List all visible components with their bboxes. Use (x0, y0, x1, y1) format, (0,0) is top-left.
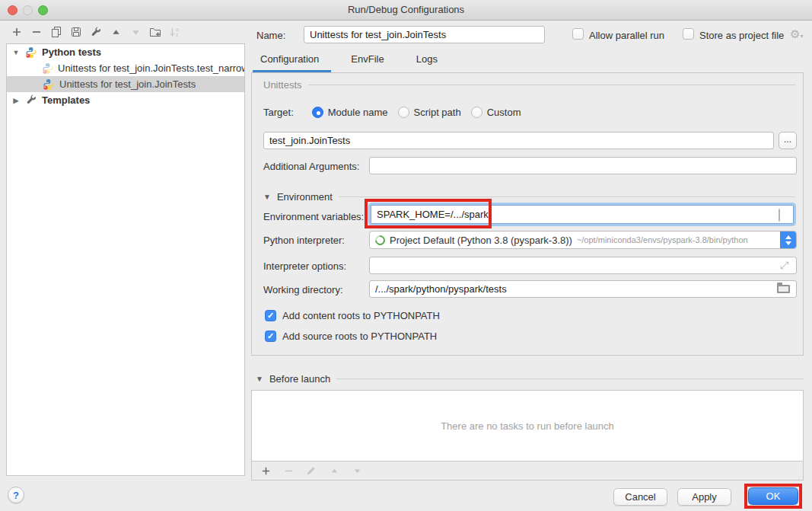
edit-task-button (304, 464, 318, 477)
add-source-roots-checkbox[interactable]: ✓ (265, 331, 276, 342)
configuration-panel: Unittests Target: Module name Script pat… (251, 72, 804, 356)
move-up-button[interactable] (109, 25, 123, 39)
save-configuration-button[interactable] (69, 25, 83, 39)
tree-item-label: Unittests for test_join.JoinTests (59, 78, 196, 90)
expander-open-icon[interactable]: ▼ (11, 49, 21, 56)
interpreter-options-input[interactable] (369, 257, 797, 274)
add-task-button[interactable] (259, 464, 272, 477)
configurations-toolbar (10, 25, 182, 39)
unittests-section-header: Unittests (263, 79, 795, 91)
section-divider (336, 378, 804, 379)
move-down-button (129, 25, 142, 39)
edit-templates-button[interactable] (89, 25, 103, 39)
remove-configuration-button[interactable] (30, 25, 43, 39)
target-option-module-name[interactable]: Module name (312, 107, 388, 118)
collapse-environment-icon[interactable]: ▼ (263, 193, 271, 201)
tree-item-label: Templates (42, 94, 90, 106)
additional-arguments-label: Additional Arguments: (263, 161, 359, 172)
custom-radio-label: Custom (487, 107, 521, 118)
environment-variables-label: Environment variables: (263, 211, 364, 222)
before-launch-toolbar (252, 461, 803, 480)
environment-section-header: ▼ Environment (263, 191, 795, 203)
add-content-roots-row: ✓ Add content roots to PYTHONPATH (265, 310, 440, 321)
before-launch-task-list[interactable]: There are no tasks to run before launch (252, 391, 803, 461)
help-button[interactable]: ? (8, 487, 24, 503)
title-bar: Run/Debug Configurations (0, 0, 812, 21)
copy-configuration-button[interactable] (49, 25, 63, 39)
apply-button[interactable]: Apply (677, 488, 731, 506)
browse-module-button[interactable]: ... (779, 132, 797, 149)
tree-item-test-narrow[interactable]: Unittests for test_join.JoinTests.test_n… (7, 60, 244, 76)
working-directory-input[interactable] (369, 280, 797, 298)
module-name-radio-label: Module name (328, 107, 388, 118)
tree-item-python-tests[interactable]: ▼ Python tests (7, 44, 244, 60)
add-configuration-button[interactable] (10, 25, 24, 39)
before-launch-empty-text: There are no tasks to run before launch (441, 420, 614, 432)
add-source-roots-row: ✓ Add source roots to PYTHONPATH (265, 331, 437, 342)
store-as-project-file-checkbox[interactable] (683, 28, 694, 40)
tree-item-label: Python tests (42, 46, 101, 58)
edit-environment-variables-icon[interactable] (779, 209, 780, 221)
target-label: Target: (263, 107, 294, 118)
store-options-gear-icon[interactable]: ⚙▾ (790, 27, 803, 41)
script-path-radio[interactable] (398, 107, 409, 118)
sort-configurations-button (168, 25, 182, 39)
config-tabs: Configuration EnvFile Logs (256, 50, 442, 72)
python-interpreter-select[interactable]: Project Default (Python 3.8 (pyspark-3.8… (369, 231, 797, 249)
tree-item-templates[interactable]: ▶ Templates (7, 92, 244, 108)
interpreter-path: ~/opt/miniconda3/envs/pyspark-3.8/bin/py… (577, 235, 748, 244)
before-launch-panel: There are no tasks to run before launch (251, 390, 804, 481)
add-content-roots-checkbox[interactable]: ✓ (265, 310, 276, 321)
python-tests-icon (24, 46, 38, 59)
environment-variables-input[interactable] (371, 205, 794, 224)
configurations-tree: ▼ Python tests Unittests for test_join.J… (6, 43, 245, 476)
tab-envfile[interactable]: EnvFile (346, 50, 388, 72)
expander-closed-icon[interactable]: ▶ (11, 97, 21, 104)
name-input[interactable] (304, 26, 545, 43)
before-launch-label: Before launch (269, 373, 330, 385)
browse-folder-icon[interactable] (777, 285, 790, 293)
python-interpreter-label: Python interpreter: (263, 235, 345, 246)
conda-environment-icon (373, 233, 387, 247)
interpreter-options-label: Interpreter options: (263, 260, 346, 272)
target-option-custom[interactable]: Custom (471, 107, 521, 118)
target-row: Target: Module name Script path Custom (263, 107, 530, 118)
custom-radio[interactable] (471, 107, 482, 118)
collapse-before-launch-icon[interactable]: ▼ (256, 375, 263, 383)
tree-item-jointests-selected[interactable]: Unittests for test_join.JoinTests (7, 76, 244, 92)
section-divider (339, 196, 795, 197)
target-option-script-path[interactable]: Script path (398, 107, 461, 118)
working-directory-label: Working directory: (263, 284, 343, 295)
allow-parallel-run-checkbox[interactable] (572, 28, 584, 40)
tab-configuration[interactable]: Configuration (256, 50, 323, 72)
name-label: Name: (256, 30, 285, 41)
window-title: Run/Debug Configurations (0, 4, 812, 15)
move-task-up-button (327, 464, 341, 477)
interpreter-value: Project Default (Python 3.8 (pyspark-3.8… (390, 235, 572, 246)
environment-section-label: Environment (277, 191, 333, 203)
store-as-project-file-label: Store as project file (699, 30, 784, 41)
remove-task-button (282, 464, 295, 477)
before-launch-header: ▼ Before launch (256, 373, 804, 385)
additional-arguments-input[interactable] (369, 157, 797, 174)
add-content-roots-label: Add content roots to PYTHONPATH (282, 310, 440, 321)
python-test-icon (42, 62, 54, 75)
interpreter-dropdown-stepper-icon[interactable] (780, 231, 796, 249)
python-test-icon (42, 78, 56, 91)
create-folder-button[interactable] (148, 25, 162, 39)
tree-item-label: Unittests for test_join.JoinTests.test_n… (58, 62, 244, 74)
run-debug-configurations-dialog: Run/Debug Configurations ▼ Python tests … (0, 0, 812, 511)
module-name-radio[interactable] (312, 107, 323, 118)
cancel-button[interactable]: Cancel (613, 488, 667, 506)
script-path-radio-label: Script path (414, 107, 461, 118)
expand-field-icon[interactable]: ⤢ (780, 259, 788, 272)
allow-parallel-run-label: Allow parallel run (589, 30, 664, 41)
templates-wrench-icon (24, 94, 38, 107)
section-divider (308, 85, 795, 85)
tab-logs[interactable]: Logs (412, 50, 442, 72)
unittests-section-label: Unittests (263, 79, 302, 91)
move-task-down-button (350, 464, 364, 477)
add-source-roots-label: Add source roots to PYTHONPATH (282, 331, 437, 342)
ok-button[interactable]: OK (748, 487, 798, 505)
module-name-input[interactable] (263, 132, 774, 149)
